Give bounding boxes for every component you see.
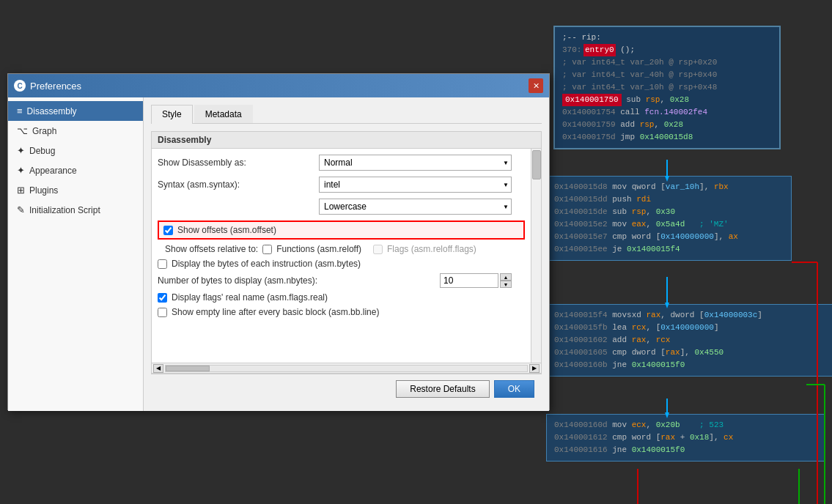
h-scroll-thumb[interactable] [166, 366, 210, 371]
sidebar-label-init-script: Initialization Script [29, 205, 100, 215]
display-bytes-label: Display the bytes of each instruction (a… [172, 259, 361, 269]
preferences-dialog: C Preferences ✕ ≡ Disassembly ⌥ Graph ✦ … [7, 73, 550, 410]
nbytes-label: Number of bytes to display (asm.nbytes): [158, 275, 440, 286]
nbytes-row: Number of bytes to display (asm.nbytes):… [158, 273, 525, 288]
code-block-4: 0x14000160d mov ecx, 0x20b ; 523 0x14000… [546, 414, 825, 462]
sidebar-item-appearance[interactable]: ✦ Appearance [8, 160, 143, 180]
sidebar: ≡ Disassembly ⌥ Graph ✦ Debug ✦ Appearan… [8, 97, 144, 411]
scrollable-content[interactable]: Show Disassembly as: Normal Pseudo C ▼ [152, 149, 541, 363]
case-select[interactable]: Lowercase Uppercase [319, 199, 512, 215]
case-row: Lowercase Uppercase ▼ [158, 199, 525, 215]
tabs: Style Metadata [151, 105, 542, 124]
functions-checkbox[interactable] [262, 245, 272, 254]
horizontal-scrollbar[interactable]: ◀ ▶ [152, 363, 541, 373]
restore-defaults-button[interactable]: Restore Defaults [396, 380, 489, 398]
syntax-label: Syntax (asm.syntax): [158, 179, 319, 190]
dialog-titlebar: C Preferences ✕ [8, 74, 549, 97]
show-disassembly-control[interactable]: Normal Pseudo C ▼ [319, 155, 512, 171]
case-control[interactable]: Lowercase Uppercase ▼ [319, 199, 512, 215]
sidebar-label-disassembly: Disassembly [27, 106, 77, 116]
sidebar-item-debug[interactable]: ✦ Debug [8, 141, 143, 160]
empty-line-checkbox[interactable] [158, 308, 167, 317]
sidebar-item-plugins[interactable]: ⊞ Plugins [8, 180, 143, 200]
sidebar-item-init-script[interactable]: ✎ Initialization Script [8, 200, 143, 220]
dialog-title-left: C Preferences [14, 80, 81, 92]
empty-line-row: Show empty line after every basic block … [158, 307, 525, 317]
tab-style[interactable]: Style [151, 105, 193, 124]
show-offsets-label: Show offsets (asm.offset) [177, 225, 276, 235]
nbytes-input[interactable] [440, 273, 498, 288]
code-block-1: ;-- rip: 370: entry0 (); ; var int64_t v… [553, 26, 781, 149]
graph-icon: ⌥ [17, 125, 28, 136]
spin-down-button[interactable]: ▼ [500, 281, 512, 288]
tab-metadata[interactable]: Metadata [194, 105, 253, 123]
sidebar-item-graph[interactable]: ⌥ Graph [8, 121, 143, 141]
h-scroll-track[interactable] [165, 365, 528, 372]
syntax-row: Syntax (asm.syntax): intel att ▼ [158, 177, 525, 193]
functions-label: Functions (asm.reloff) [276, 244, 361, 254]
h-scroll-left-button[interactable]: ◀ [153, 364, 163, 373]
plugins-icon: ⊞ [17, 185, 25, 196]
sidebar-label-debug: Debug [29, 146, 55, 156]
vertical-scrollbar[interactable] [531, 149, 541, 363]
dialog-title: Preferences [30, 81, 81, 92]
sidebar-label-plugins: Plugins [29, 185, 58, 196]
show-offsets-checkbox[interactable] [163, 226, 173, 235]
spin-up-button[interactable]: ▲ [500, 273, 512, 281]
flags-real-checkbox[interactable] [158, 293, 167, 303]
syntax-select[interactable]: intel att [319, 177, 512, 193]
show-offsets-row: Show offsets (asm.offset) [158, 220, 525, 240]
nbytes-input-wrapper: ▲ ▼ [440, 273, 512, 288]
disassembly-icon: ≡ [17, 105, 23, 116]
dialog-body: ≡ Disassembly ⌥ Graph ✦ Debug ✦ Appearan… [8, 97, 549, 411]
show-disassembly-label: Show Disassembly as: [158, 158, 319, 168]
appearance-icon: ✦ [17, 165, 25, 176]
code-block-2: 0x1400015d8 mov qword [var_10h], rbx 0x1… [546, 176, 792, 261]
empty-line-label: Show empty line after every basic block … [172, 307, 379, 317]
dialog-close-button[interactable]: ✕ [529, 78, 543, 93]
sidebar-item-disassembly[interactable]: ≡ Disassembly [8, 101, 143, 121]
relative-to-row: Show offsets relative to: Functions (asm… [158, 244, 525, 254]
flags-label: Flags (asm.reloff.flags) [387, 244, 476, 254]
scroll-thumb[interactable] [532, 150, 541, 179]
relative-to-label: Show offsets relative to: [165, 244, 258, 254]
show-disassembly-select[interactable]: Normal Pseudo C [319, 155, 512, 171]
init-script-icon: ✎ [17, 204, 25, 215]
ok-button[interactable]: OK [494, 380, 534, 398]
code-block-3: 0x1400015f4 movsxd rax, dword [0x1400000… [546, 304, 832, 377]
h-scroll-right-button[interactable]: ▶ [529, 364, 540, 373]
syntax-control[interactable]: intel att ▼ [319, 177, 512, 193]
display-bytes-checkbox[interactable] [158, 259, 167, 269]
debug-icon: ✦ [17, 145, 25, 156]
flags-checkbox[interactable] [373, 245, 383, 254]
dialog-app-icon: C [14, 80, 26, 92]
nbytes-spinner[interactable]: ▲ ▼ [500, 273, 512, 288]
sidebar-label-graph: Graph [32, 126, 56, 136]
flags-real-label: Display flags' real name (asm.flags.real… [172, 292, 328, 303]
main-content: Style Metadata Disassembly Show Disassem… [144, 97, 549, 411]
content-panel: Disassembly Show Disassembly as: Normal … [151, 131, 542, 374]
display-bytes-row: Display the bytes of each instruction (a… [158, 259, 525, 269]
section-header: Disassembly [152, 132, 541, 149]
show-disassembly-row: Show Disassembly as: Normal Pseudo C ▼ [158, 155, 525, 171]
sidebar-label-appearance: Appearance [29, 166, 77, 176]
flags-real-row: Display flags' real name (asm.flags.real… [158, 292, 525, 303]
dialog-footer: Restore Defaults OK [151, 374, 542, 404]
